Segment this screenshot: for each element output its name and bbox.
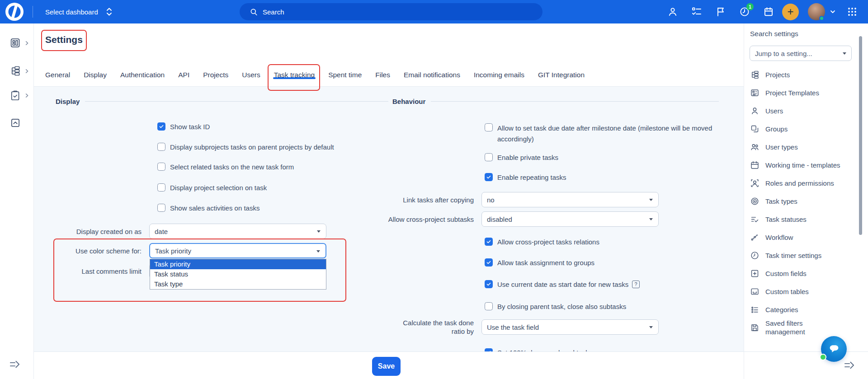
checkbox-checked[interactable] bbox=[485, 173, 493, 181]
left-rail bbox=[0, 23, 34, 379]
sidebar-item-users[interactable]: Users bbox=[750, 102, 854, 120]
dropdown-option-task-type[interactable]: Task type bbox=[150, 279, 326, 289]
user-icon bbox=[750, 106, 760, 116]
sidebar-item-project-templates[interactable]: Project Templates bbox=[750, 84, 854, 102]
tab-projects[interactable]: Projects bbox=[203, 71, 228, 79]
checkbox-unchecked[interactable] bbox=[157, 204, 165, 212]
checkbox-row-repeating-tasks[interactable]: Enable repeating tasks bbox=[485, 173, 566, 182]
create-new-button[interactable]: + bbox=[782, 4, 799, 20]
save-button[interactable]: Save bbox=[372, 357, 401, 376]
chat-widget-button[interactable] bbox=[821, 336, 847, 362]
sidebar-item-roles-permissions[interactable]: Roles and permissions bbox=[750, 174, 854, 192]
checkbox-checked[interactable] bbox=[485, 238, 493, 246]
tab-users[interactable]: Users bbox=[242, 71, 260, 79]
rail-projects-item[interactable] bbox=[9, 65, 29, 77]
checkbox-row-sales-activities[interactable]: Show sales activities on tasks bbox=[157, 203, 259, 213]
tab-api[interactable]: API bbox=[178, 71, 189, 79]
sidebar-item-user-types[interactable]: User types bbox=[750, 138, 854, 156]
sidebar-item-categories[interactable]: Categories bbox=[750, 300, 854, 318]
sidebar-item-workflow[interactable]: Workflow bbox=[750, 228, 854, 246]
search-input[interactable]: Search bbox=[240, 3, 542, 20]
profile-icon[interactable] bbox=[667, 6, 678, 17]
link-tasks-value: no bbox=[487, 196, 495, 204]
tab-general[interactable]: General bbox=[45, 71, 70, 79]
apps-grid-icon[interactable] bbox=[846, 6, 858, 18]
recent-activity-icon[interactable]: 1 bbox=[739, 6, 750, 17]
sidebar-item-label: Project Templates bbox=[765, 89, 842, 97]
expand-sidebar-icon[interactable] bbox=[9, 358, 21, 370]
sidebar-item-working-time-templates[interactable]: Working time - templates bbox=[750, 156, 854, 174]
tab-email-notifications[interactable]: Email notifications bbox=[404, 71, 460, 79]
dashboard-selector-label: Select dashboard bbox=[45, 8, 98, 16]
rail-dashboards-item[interactable] bbox=[9, 37, 29, 49]
sidebar-item-groups[interactable]: Groups bbox=[750, 120, 854, 138]
checkbox-unchecked[interactable] bbox=[157, 183, 165, 192]
user-types-icon bbox=[750, 142, 760, 152]
tasklist-icon[interactable] bbox=[691, 6, 702, 17]
chevron-right-icon bbox=[24, 41, 29, 46]
tab-files[interactable]: Files bbox=[375, 71, 390, 79]
cross-subtasks-select[interactable]: disabled bbox=[481, 211, 659, 227]
checkbox-row-done-100[interactable]: Set 100% done on closed tasks bbox=[485, 348, 592, 351]
link-tasks-select[interactable]: no bbox=[481, 192, 659, 207]
roles-icon bbox=[750, 178, 760, 188]
avatar-chevron-down-icon[interactable] bbox=[829, 8, 836, 15]
dashboard-selector[interactable]: Select dashboard bbox=[45, 0, 113, 23]
tab-spent-time[interactable]: Spent time bbox=[328, 71, 362, 79]
checkbox-checked[interactable] bbox=[485, 258, 493, 267]
tab-task-tracking[interactable]: Task tracking bbox=[274, 71, 315, 79]
page-title-wrap: Settings bbox=[45, 34, 83, 45]
rail-collapse-item[interactable] bbox=[9, 117, 29, 129]
checkbox-checked[interactable] bbox=[485, 280, 493, 288]
flag-icon[interactable] bbox=[715, 6, 726, 17]
checkbox-row-current-date[interactable]: Use current date as start date for new t… bbox=[485, 280, 640, 289]
created-on-select[interactable]: date bbox=[149, 224, 326, 239]
sidebar-item-projects[interactable]: Projects bbox=[750, 66, 854, 84]
sidebar-item-task-timer[interactable]: Task timer settings bbox=[750, 246, 854, 264]
checkbox-checked[interactable] bbox=[157, 122, 165, 131]
dropdown-option-task-status[interactable]: Task status bbox=[150, 269, 326, 279]
sidebar-item-saved-filters[interactable]: Saved filters management bbox=[750, 318, 854, 337]
user-avatar[interactable] bbox=[808, 3, 825, 20]
dropdown-option-task-priority[interactable]: Task priority bbox=[150, 259, 326, 269]
tab-authentication[interactable]: Authentication bbox=[120, 71, 165, 79]
checkbox-checked[interactable] bbox=[485, 348, 493, 351]
groups-icon bbox=[750, 124, 760, 134]
app-logo-icon[interactable] bbox=[5, 2, 24, 22]
checkbox-row-cross-relations[interactable]: Allow cross-project tasks relations bbox=[485, 237, 599, 247]
jump-to-setting-select[interactable]: Jump to a setting... bbox=[750, 46, 852, 61]
active-tab-underline bbox=[273, 77, 316, 79]
help-icon[interactable]: ? bbox=[632, 281, 640, 288]
rail-tasks-item[interactable] bbox=[9, 89, 29, 101]
caret-down-icon bbox=[649, 218, 653, 220]
checkbox-row-private-tasks[interactable]: Enable private tasks bbox=[485, 153, 558, 162]
tab-display[interactable]: Display bbox=[84, 71, 107, 79]
done-ratio-select[interactable]: Use the task field bbox=[481, 319, 659, 335]
cross-subtasks-label: Allow cross-project subtasks bbox=[388, 211, 474, 227]
color-scheme-select[interactable]: Task priority bbox=[149, 243, 326, 258]
checkbox-row-related-tasks[interactable]: Select related tasks on the new task for… bbox=[157, 162, 294, 172]
sidebar-item-custom-fields[interactable]: Custom fields bbox=[750, 264, 854, 282]
sidebar-scrollbar-thumb[interactable] bbox=[859, 36, 862, 235]
checkbox-row-close-parent[interactable]: By closing parent task, close also subta… bbox=[485, 302, 626, 311]
checkbox-label: Set 100% done on closed tasks bbox=[497, 348, 592, 351]
settings-search-sidebar: Search settings Jump to a setting... Pro… bbox=[744, 23, 868, 379]
tab-incoming-emails[interactable]: Incoming emails bbox=[474, 71, 524, 79]
checkbox-row-group-assignment[interactable]: Allow task assignment to groups bbox=[485, 258, 594, 267]
checkbox-unchecked[interactable] bbox=[485, 153, 493, 161]
sidebar-item-custom-tables[interactable]: Custom tables bbox=[750, 282, 854, 300]
sidebar-item-task-statuses[interactable]: Task statuses bbox=[750, 210, 854, 228]
collapse-sidebar-icon[interactable] bbox=[843, 359, 855, 371]
checkbox-row-show-task-id[interactable]: Show task ID bbox=[157, 122, 210, 131]
checkbox-unchecked[interactable] bbox=[157, 163, 165, 171]
checkbox-row-subprojects[interactable]: Display subprojects tasks on parent proj… bbox=[157, 142, 334, 152]
created-on-label: Display created on as bbox=[34, 224, 142, 239]
checkbox-row-project-selection[interactable]: Display project selection on task bbox=[157, 183, 267, 192]
calendar-icon[interactable] bbox=[763, 6, 774, 17]
checkbox-unchecked[interactable] bbox=[157, 143, 165, 151]
tab-git-integration[interactable]: GIT Integration bbox=[538, 71, 585, 79]
checkbox-unchecked[interactable] bbox=[485, 302, 493, 310]
sidebar-item-task-types[interactable]: Task types bbox=[750, 192, 854, 210]
checkbox-row-due-date[interactable]: Allow to set task due date after milesto… bbox=[485, 123, 719, 145]
checkbox-unchecked[interactable] bbox=[485, 123, 493, 131]
